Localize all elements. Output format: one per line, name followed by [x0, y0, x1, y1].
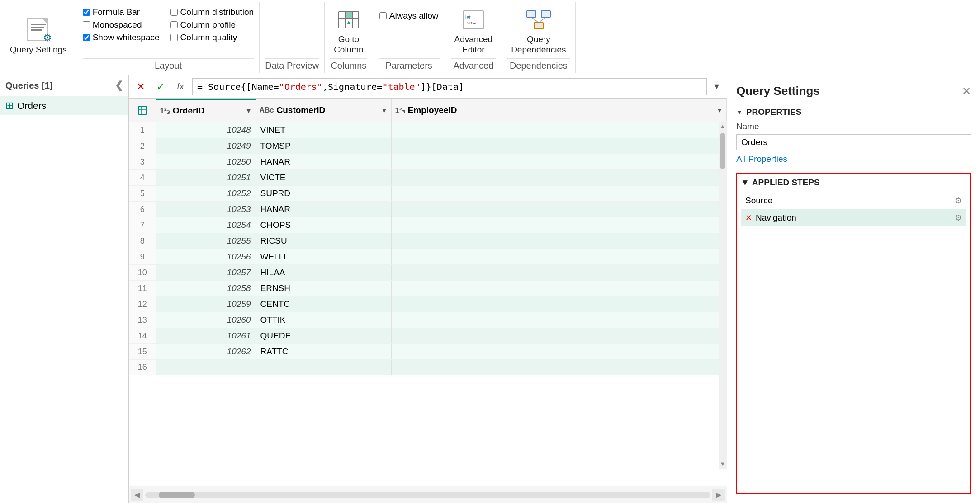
step-navigation-delete-icon[interactable]: ✕: [745, 213, 752, 223]
table-row: 16: [129, 360, 727, 375]
go-to-column-icon: [336, 7, 361, 33]
customer-id-dropdown-icon[interactable]: ▼: [381, 107, 388, 114]
ribbon-section-title-columns: Columns: [330, 58, 367, 71]
cancel-button[interactable]: ✕: [133, 79, 149, 95]
all-properties-link[interactable]: All Properties: [736, 154, 971, 164]
customer-id-cell: WELLI: [256, 249, 391, 265]
name-input[interactable]: [736, 134, 971, 150]
order-id-cell: 10256: [156, 249, 256, 265]
column-distribution-label: Column distribution: [180, 7, 254, 17]
advanced-editor-button[interactable]: let src= ... AdvancedEditor: [451, 5, 497, 57]
employee-id-type-icon: 1²₃: [395, 106, 405, 115]
step-navigation-label: Navigation: [756, 213, 796, 223]
step-navigation[interactable]: ✕ Navigation ⚙: [741, 209, 966, 226]
employee-id-cell: [391, 233, 727, 249]
data-table: 1²₃ OrderID ▼ ABc CustomerID ▼: [129, 99, 727, 375]
bottom-scrollbar[interactable]: [145, 492, 710, 498]
employee-id-cell: [391, 186, 727, 202]
formula-bar-checkbox[interactable]: Formula Bar: [83, 7, 160, 17]
table-row: 2 10249 TOMSP: [129, 138, 727, 154]
ribbon-section-title-parameters: Parameters: [379, 58, 440, 71]
order-id-cell: 10259: [156, 296, 256, 312]
scroll-up-arrow[interactable]: ▲: [719, 121, 727, 131]
row-number: 11: [129, 281, 156, 296]
go-to-column-button[interactable]: Go toColumn: [330, 5, 367, 57]
table-row: 15 10262 RATTC: [129, 344, 727, 360]
vertical-scrollbar[interactable]: ▲ ▼: [719, 121, 727, 469]
monospaced-checkbox-input[interactable]: [83, 21, 90, 28]
order-id-cell: 10253: [156, 202, 256, 217]
order-id-type-icon: 1²₃: [160, 106, 170, 116]
column-profile-input[interactable]: [170, 21, 178, 28]
ribbon-section-layout: Formula Bar Monospaced Show whitespace C…: [77, 2, 260, 73]
customer-id-cell: OTTIK: [256, 312, 391, 328]
table-row: 9 10256 WELLI: [129, 249, 727, 265]
sidebar-collapse-icon[interactable]: ❮: [115, 80, 123, 91]
svg-rect-12: [534, 23, 543, 29]
order-id-header[interactable]: 1²₃ OrderID ▼: [156, 99, 256, 122]
row-number: 4: [129, 170, 156, 186]
employee-id-cell: [391, 328, 727, 344]
step-source[interactable]: Source ⚙: [741, 192, 966, 209]
order-id-dropdown-icon[interactable]: ▼: [246, 107, 252, 114]
svg-rect-11: [541, 11, 550, 17]
query-dependencies-button[interactable]: QueryDependencies: [507, 5, 569, 57]
table-row: 7 10254 CHOPS: [129, 217, 727, 233]
ribbon-section-query-settings: ⚙ Query Settings: [0, 2, 77, 73]
scroll-right-arrow[interactable]: ▶: [712, 489, 725, 501]
monospaced-checkbox[interactable]: Monospaced: [83, 20, 160, 30]
table-row: 11 10258 ERNSH: [129, 281, 727, 296]
employee-id-header[interactable]: 1²₃ EmployeeID ▼: [391, 99, 727, 122]
query-settings-label: Query Settings: [10, 45, 67, 55]
applied-steps-label: APPLIED STEPS: [752, 178, 820, 188]
queries-header-label: Queries [1]: [5, 80, 52, 91]
column-quality-input[interactable]: [170, 34, 178, 41]
employee-id-cell: [391, 202, 727, 217]
query-dependencies-label: QueryDependencies: [511, 34, 566, 55]
customer-id-header[interactable]: ABc CustomerID ▼: [256, 99, 391, 122]
customer-id-cell: ERNSH: [256, 281, 391, 296]
always-allow-checkbox[interactable]: Always allow: [379, 11, 439, 21]
qs-title: Query Settings: [736, 84, 820, 98]
scroll-down-arrow[interactable]: ▼: [719, 459, 727, 469]
query-settings-button[interactable]: ⚙ Query Settings: [5, 16, 71, 57]
employee-id-cell: [391, 265, 727, 281]
step-source-gear-icon[interactable]: ⚙: [955, 196, 962, 206]
properties-label: PROPERTIES: [746, 107, 801, 117]
column-quality-checkbox[interactable]: Column quality: [170, 33, 254, 42]
bottom-scrollbar-thumb[interactable]: [159, 492, 195, 498]
formula-bar: ✕ ✓ fx = Source{[Name="Orders",Signature…: [129, 75, 727, 99]
step-navigation-gear-icon[interactable]: ⚙: [955, 213, 962, 223]
formula-expand-button[interactable]: ▼: [710, 80, 723, 93]
ribbon-section-title-qs: [5, 69, 71, 71]
scroll-thumb[interactable]: [720, 133, 725, 169]
formula-bar-checkbox-input[interactable]: [83, 9, 90, 16]
column-distribution-input[interactable]: [170, 9, 178, 16]
show-whitespace-checkbox-input[interactable]: [83, 34, 90, 41]
layout-checkboxes-2: Column distribution Column profile Colum…: [170, 7, 254, 42]
show-whitespace-checkbox[interactable]: Show whitespace: [83, 33, 160, 42]
fx-button[interactable]: fx: [172, 79, 189, 95]
go-to-column-label: Go toColumn: [334, 34, 363, 55]
ribbon-section-title-dependencies: Dependencies: [507, 58, 569, 71]
employee-id-dropdown-icon[interactable]: ▼: [716, 107, 723, 114]
formula-text-orders: "Orders": [279, 81, 322, 92]
properties-triangle-icon: ▼: [736, 108, 743, 116]
qs-close-button[interactable]: ✕: [962, 85, 971, 98]
show-whitespace-label: Show whitespace: [93, 33, 160, 42]
row-number: 10: [129, 265, 156, 281]
row-number: 14: [129, 328, 156, 344]
ribbon-section-title-layout: Layout: [83, 58, 254, 71]
query-settings-panel: Query Settings ✕ ▼ PROPERTIES Name All P…: [727, 75, 980, 503]
sidebar-item-orders[interactable]: ⊞ Orders: [0, 96, 128, 115]
employee-id-cell: [391, 170, 727, 186]
column-distribution-checkbox[interactable]: Column distribution: [170, 7, 254, 17]
order-id-cell: 10251: [156, 170, 256, 186]
always-allow-input[interactable]: [379, 12, 387, 19]
formula-input[interactable]: = Source{[Name="Orders",Signature="table…: [192, 78, 707, 95]
step-source-label: Source: [745, 196, 772, 206]
column-profile-checkbox[interactable]: Column profile: [170, 20, 254, 30]
scroll-left-arrow[interactable]: ◀: [131, 489, 143, 501]
svg-line-14: [539, 17, 546, 23]
apply-button[interactable]: ✓: [152, 79, 169, 95]
